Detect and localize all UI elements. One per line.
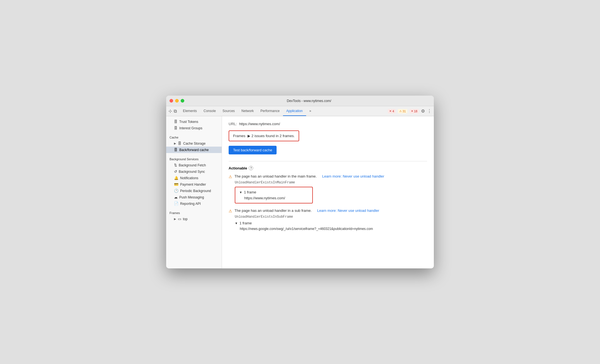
top-frame-icon: ▭ <box>178 217 181 221</box>
url-label: URL: <box>229 122 237 126</box>
title-bar: DevTools - www.nytimes.com/ <box>166 96 434 106</box>
tab-bar: ⊹ ⧉ Elements Console Sources Network Per… <box>166 106 434 116</box>
frame-triangle-2: ▼ <box>235 222 238 225</box>
frame-expand-2[interactable]: ▼ 1 frame <box>235 221 427 225</box>
issues-badge[interactable]: ✕ 18 <box>410 109 419 113</box>
reporting-api-icon: 📄 <box>174 202 178 206</box>
sidebar-label-notifications: Notifications <box>180 176 198 180</box>
payment-handler-icon: 💳 <box>174 182 178 186</box>
tab-bar-right: ✕ 4 ⚠ 31 ✕ 18 ⚙ ⋮ <box>388 108 432 114</box>
tab-application[interactable]: Application <box>283 106 306 116</box>
tab-network[interactable]: Network <box>238 106 257 116</box>
maximize-button[interactable] <box>181 99 184 103</box>
divider-3 <box>166 207 222 209</box>
frame-url-1: https://www.nytimes.com/ <box>244 196 308 200</box>
more-icon[interactable]: ⋮ <box>427 108 432 114</box>
issue-item-2: ⚠ The page has an unload handler in a su… <box>229 208 427 231</box>
test-cache-button[interactable]: Test back/forward cache <box>229 146 277 154</box>
issue-row-1: ⚠ The page has an unload handler in the … <box>229 174 427 179</box>
devtools-controls: ⊹ ⧉ <box>168 108 177 114</box>
issue-code-2: UnloadHandlerExistsInSubFrame <box>235 215 427 219</box>
push-messaging-icon: ☁ <box>174 195 178 199</box>
window-title: DevTools - www.nytimes.com/ <box>188 99 430 103</box>
error-icon: ✕ <box>389 110 391 113</box>
issues-count: 18 <box>414 110 417 113</box>
issue-row-2: ⚠ The page has an unload handler in a su… <box>229 208 427 213</box>
frame-box-2: ▼ 1 frame https://news.google.com/swg/_/… <box>235 221 427 231</box>
divider-1 <box>166 131 222 134</box>
sidebar-label-periodic: Periodic Background <box>180 189 211 193</box>
frame-url-2: https://news.google.com/swg/_/ui/v1/serv… <box>240 227 427 231</box>
background-sync-icon: ↺ <box>174 169 177 174</box>
cursor-icon[interactable]: ⊹ <box>168 108 172 114</box>
issue-text-2: The page has an unload handler in a sub … <box>234 208 312 213</box>
sidebar-item-background-sync[interactable]: ↺ Background Sync <box>166 168 222 175</box>
help-icon[interactable]: ? <box>249 166 253 170</box>
sidebar-label-back-forward: Back/forward cache <box>179 148 209 152</box>
frames-issues-text: ▶ 2 issues found in 2 frames. <box>248 134 295 138</box>
sidebar-label-interest-groups: Interest Groups <box>179 126 202 130</box>
sidebar-item-payment-handler[interactable]: 💳 Payment Handler <box>166 181 222 188</box>
issue-text-1: The page has an unload handler in the ma… <box>234 174 317 178</box>
sidebar-label-bg-fetch: Background Fetch <box>179 163 206 167</box>
sidebar: 🗄 Trust Tokens 🗄 Interest Groups Cache ▶… <box>166 116 222 268</box>
sidebar-item-background-fetch[interactable]: ⇅ Background Fetch <box>166 162 222 168</box>
issue-item-1: ⚠ The page has an unload handler in the … <box>229 174 427 203</box>
cache-storage-arrow: ▶ <box>174 142 176 145</box>
issue-link-1[interactable]: Learn more: Never use unload handler <box>322 174 384 178</box>
sidebar-item-top-frame[interactable]: ▶ ▭ top <box>166 216 222 222</box>
cache-storage-icon: 🗄 <box>178 141 182 145</box>
interest-groups-icon: 🗄 <box>174 126 178 130</box>
minimize-button[interactable] <box>175 99 179 103</box>
errors-badge[interactable]: ✕ 4 <box>388 109 395 113</box>
actionable-label: Actionable <box>229 166 247 170</box>
device-icon[interactable]: ⧉ <box>174 109 177 114</box>
sidebar-item-reporting-api[interactable]: 📄 Reporting API <box>166 200 222 207</box>
sidebar-label-top: top <box>183 217 188 221</box>
sidebar-item-interest-groups[interactable]: 🗄 Interest Groups <box>166 125 222 131</box>
settings-icon[interactable]: ⚙ <box>421 108 425 114</box>
frames-issues-box[interactable]: Frames ▶ 2 issues found in 2 frames. <box>229 130 299 141</box>
issue-code-1: UnloadHandlerExistsInMainFrame <box>235 181 427 185</box>
tab-elements[interactable]: Elements <box>180 106 200 116</box>
tab-navigation: Elements Console Sources Network Perform… <box>180 106 388 116</box>
frame-expand-1[interactable]: ▼ 1 frame <box>239 190 308 194</box>
close-button[interactable] <box>170 99 173 103</box>
issues-icon: ✕ <box>411 110 413 113</box>
sidebar-item-trust-tokens[interactable]: 🗄 Trust Tokens <box>166 118 222 125</box>
issue-warning-icon-2: ⚠ <box>229 209 232 213</box>
issue-link-2[interactable]: Learn more: Never use unload handler <box>317 208 379 213</box>
frame-count-2: 1 frame <box>239 221 252 225</box>
main-layout: 🗄 Trust Tokens 🗄 Interest Groups Cache ▶… <box>166 116 434 268</box>
sidebar-item-push-messaging[interactable]: ☁ Push Messaging <box>166 194 222 200</box>
sidebar-label-push: Push Messaging <box>179 195 204 199</box>
bg-services-group-label: Background Services <box>166 155 222 162</box>
sidebar-item-back-forward-cache[interactable]: 🗄 Back/forward cache <box>166 147 222 153</box>
cache-group-label: Cache <box>166 134 222 140</box>
warnings-badge[interactable]: ⚠ 31 <box>398 109 407 113</box>
sidebar-label-trust-tokens: Trust Tokens <box>179 120 198 124</box>
tab-console[interactable]: Console <box>200 106 219 116</box>
traffic-lights <box>170 99 184 103</box>
sidebar-item-notifications[interactable]: 🔔 Notifications <box>166 175 222 181</box>
periodic-bg-icon: 🕐 <box>174 189 178 193</box>
top-frame-arrow: ▶ <box>174 217 176 220</box>
sidebar-item-periodic-background[interactable]: 🕐 Periodic Background <box>166 188 222 194</box>
divider-2 <box>166 153 222 155</box>
tab-more[interactable]: » <box>306 106 315 116</box>
errors-count: 4 <box>392 110 394 113</box>
tab-sources[interactable]: Sources <box>219 106 238 116</box>
issue-warning-icon-1: ⚠ <box>229 174 232 179</box>
sidebar-item-cache-storage[interactable]: ▶ 🗄 Cache Storage <box>166 140 222 147</box>
sidebar-label-reporting: Reporting API <box>180 202 201 206</box>
frame-box-1: ▼ 1 frame https://www.nytimes.com/ <box>235 187 313 203</box>
url-value: https://www.nytimes.com/ <box>239 122 280 126</box>
back-forward-icon: 🗄 <box>174 148 178 152</box>
sidebar-label-cache-storage: Cache Storage <box>183 142 205 145</box>
url-row: URL: https://www.nytimes.com/ <box>229 122 427 126</box>
background-fetch-icon: ⇅ <box>174 163 177 167</box>
section-divider <box>229 161 427 161</box>
tab-performance[interactable]: Performance <box>257 106 283 116</box>
devtools-window: DevTools - www.nytimes.com/ ⊹ ⧉ Elements… <box>166 96 434 268</box>
sidebar-label-bg-sync: Background Sync <box>179 170 205 174</box>
